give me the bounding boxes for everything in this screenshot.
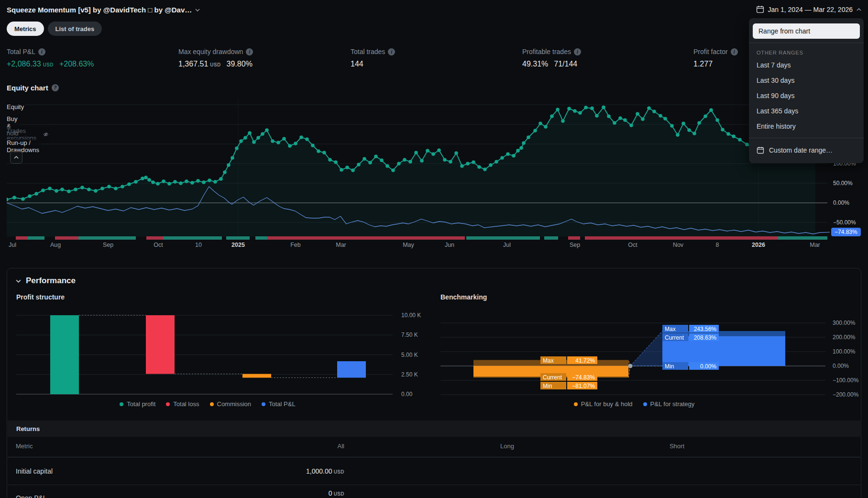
performance-section-header[interactable]: Performance: [16, 276, 76, 286]
legend-dot-icon: [210, 402, 214, 406]
metric-label-text: Profit factor: [693, 48, 728, 55]
x-axis-label: Oct: [628, 242, 637, 248]
metric-extra: 71/144: [554, 60, 577, 68]
performance-title: Performance: [26, 276, 76, 286]
equity-chart-x-axis[interactable]: JulAugSepOct102025FebMarMayJunJulSepOctN…: [7, 242, 827, 249]
metric-value: 1.277: [693, 60, 738, 68]
x-axis-label: Nov: [673, 242, 683, 248]
metric-label: Profit factori: [693, 48, 738, 55]
legend-item-total-p-l[interactable]: Total P&L: [262, 400, 296, 408]
returns-title: Returns: [16, 425, 40, 432]
legend-item-total-loss[interactable]: Total loss: [166, 400, 199, 408]
divider: [8, 485, 860, 485]
svg-text:208.63%: 208.63%: [694, 334, 717, 341]
svg-text:0.00%: 0.00%: [700, 363, 716, 370]
returns-section-header[interactable]: Returns: [8, 421, 860, 437]
equity-chart-heading: Equity chart: [7, 84, 48, 92]
info-icon[interactable]: i: [731, 48, 738, 55]
info-icon[interactable]: i: [388, 48, 395, 55]
svg-text:2.50 K: 2.50 K: [401, 371, 418, 378]
date-range-control[interactable]: Jan 1, 2024 — Mar 22, 2026: [756, 5, 861, 13]
collapse-chart-button[interactable]: [10, 151, 22, 164]
trade-period-profit: [544, 236, 558, 240]
divider: [749, 138, 864, 138]
legend-item-p-l-for-strategy[interactable]: P&L for strategy: [643, 400, 695, 408]
legend-dot-icon: [262, 402, 265, 406]
x-axis-label: Oct: [154, 242, 163, 248]
legend-item-total-profit[interactable]: Total profit: [120, 400, 155, 408]
trade-period-profit: [466, 236, 540, 240]
benchmarking-legend: P&L for buy & holdP&L for strategy: [440, 400, 828, 408]
metric-label-text: Total P&L: [7, 48, 35, 55]
info-icon[interactable]: i: [574, 48, 581, 55]
x-axis-label: Jul: [9, 242, 16, 248]
menu-item-last-90-days[interactable]: Last 90 days: [749, 88, 864, 103]
legend-dot-icon: [120, 402, 123, 406]
date-range-dropdown: Range from chart OTHER RANGES Last 7 day…: [749, 18, 864, 163]
cell-unit: USD: [332, 491, 345, 497]
svg-text:10.00 K: 10.00 K: [401, 312, 421, 319]
metric-value-main: 1,367.51: [178, 60, 208, 68]
metric-value: +2,086.33USD+208.63%: [7, 60, 94, 68]
menu-item-last-365-days[interactable]: Last 365 days: [749, 103, 864, 119]
legend-item-p-l-for-buy-hold[interactable]: P&L for buy & hold: [574, 400, 633, 408]
tab-metrics[interactable]: Metrics: [7, 22, 44, 36]
svg-text:Max: Max: [543, 357, 554, 364]
metric-max-equity-drawdown: Max equity drawdowni1,367.51USD39.80%: [178, 48, 253, 68]
trade-period-profit: [164, 236, 222, 240]
column-header-metric: Metric: [16, 443, 33, 450]
calendar-icon: [757, 146, 764, 154]
x-axis-label: 8: [716, 242, 719, 248]
calendar-icon: [756, 5, 764, 13]
cell-value-text: 0: [329, 489, 332, 497]
menu-item-range-from-chart[interactable]: Range from chart: [753, 23, 860, 39]
metric-value: 49.31%71/144: [522, 60, 581, 68]
svg-text:300.00%: 300.00%: [833, 320, 856, 326]
x-axis-label: Aug: [50, 242, 61, 248]
metric-value: 144: [351, 60, 395, 68]
legend-label: Total loss: [173, 400, 199, 408]
column-header-short: Short: [627, 443, 684, 450]
x-axis-label: Mar: [810, 242, 820, 248]
x-axis-label: Jun: [445, 242, 454, 248]
y-axis-label: −50.00%: [833, 219, 856, 226]
svg-text:−81.07%: −81.07%: [572, 383, 595, 389]
legend-label: Equity: [7, 103, 24, 111]
eye-off-icon[interactable]: [43, 131, 49, 138]
date-range-text: Jan 1, 2024 — Mar 22, 2026: [768, 6, 853, 13]
help-icon[interactable]: ?: [52, 84, 59, 91]
buy-hold-final-badge: −74.83%: [831, 228, 861, 236]
menu-item-custom-date-range[interactable]: Custom date range…: [749, 142, 864, 158]
metric-value: 1,367.51USD39.80%: [178, 60, 253, 68]
menu-item-entire-history[interactable]: Entire history: [749, 119, 864, 134]
profit-structure-legend: Total profitTotal lossCommissionTotal P&…: [16, 400, 399, 408]
trade-period-profit: [255, 236, 267, 240]
metric-label-text: Profitable trades: [522, 48, 571, 55]
profit-structure-chart[interactable]: 10.00 K7.50 K5.00 K2.50 K0.00: [16, 310, 424, 398]
strategy-title[interactable]: Squeeze Momentum [v5] by @DavidTech □ by…: [7, 6, 200, 14]
metric-unit: USD: [210, 62, 220, 67]
menu-item-last-7-days[interactable]: Last 7 days: [749, 57, 864, 73]
svg-text:0.00%: 0.00%: [833, 363, 849, 369]
menu-item-last-30-days[interactable]: Last 30 days: [749, 73, 864, 88]
legend-item-commission[interactable]: Commission: [210, 400, 252, 408]
trade-period-loss: [146, 236, 164, 240]
equity-chart-canvas[interactable]: [7, 98, 830, 237]
metric-label: Total P&Li: [7, 48, 94, 55]
y-axis-label: 50.00%: [833, 180, 853, 187]
legend-item-equity[interactable]: Equity: [7, 103, 25, 111]
trade-period-loss: [585, 236, 778, 240]
legend-label: Commission: [217, 400, 252, 408]
legend-dot-icon: [643, 402, 647, 406]
benchmarking-chart[interactable]: 300.00%200.00%100.00%0.00%−100.00%−200.0…: [440, 310, 861, 398]
info-icon[interactable]: i: [246, 48, 253, 55]
metric-unit: USD: [43, 62, 54, 67]
trade-period-loss: [267, 236, 465, 240]
metric-label: Total tradesi: [351, 48, 395, 55]
y-axis-label: 0.00%: [833, 199, 849, 206]
info-icon[interactable]: i: [38, 48, 45, 55]
column-header-long: Long: [457, 443, 514, 450]
x-axis-label: Jul: [503, 242, 511, 248]
tab-list-of-trades[interactable]: List of trades: [48, 22, 102, 36]
chevron-down-icon: [16, 279, 21, 283]
